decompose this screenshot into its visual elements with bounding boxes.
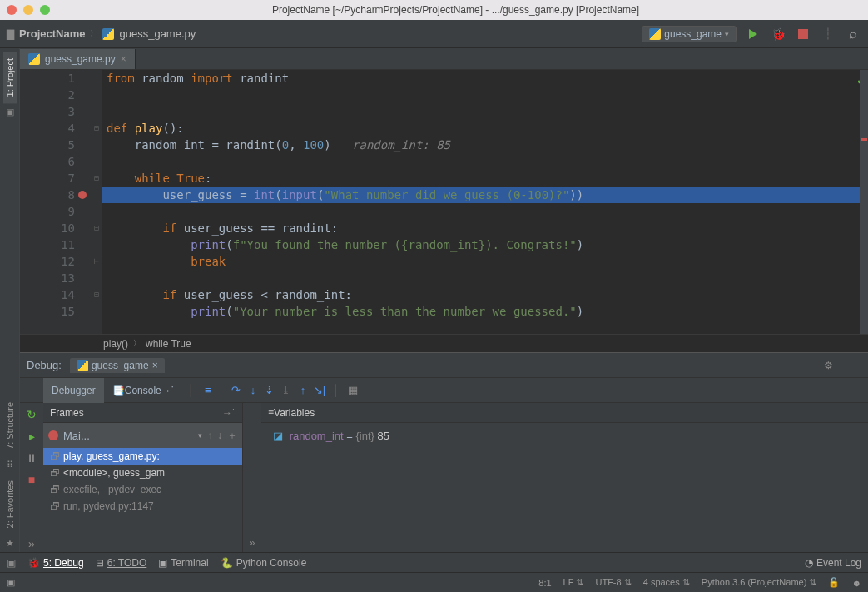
- step-into-icon[interactable]: ↓: [245, 382, 261, 399]
- tool-todo[interactable]: ⊟ 6: TODO: [96, 557, 147, 569]
- editor-tabs: guess_game.py ×: [20, 48, 868, 70]
- tool-terminal[interactable]: ▣ Terminal: [158, 557, 208, 569]
- variables-panel: ≡ Variables ◪ random_int = {int} 85: [261, 403, 868, 552]
- editor-tab[interactable]: guess_game.py ×: [20, 49, 136, 69]
- fold-gutter[interactable]: ⊟⊟⊟⊢⊟: [92, 70, 102, 334]
- debug-button[interactable]: 🐞: [770, 26, 786, 42]
- python-file-icon: [28, 53, 40, 65]
- sidebar-structure[interactable]: 7: Structure: [3, 395, 17, 456]
- settings-icon[interactable]: ⚙: [820, 357, 836, 374]
- minimize-panel-icon[interactable]: —: [845, 357, 861, 374]
- zoom-dot[interactable]: [40, 5, 50, 15]
- tool-separator: ┆: [820, 26, 836, 42]
- next-frame-icon[interactable]: ↓: [217, 430, 222, 441]
- inspector-icon[interactable]: ☻: [851, 578, 861, 588]
- lock-icon[interactable]: 🔓: [828, 577, 840, 588]
- left-tool-strip: 1: Project ▣ 7: Structure ⠿ 2: Favorites…: [0, 48, 20, 552]
- interpreter[interactable]: Python 3.6 (ProjectName) ⇅: [702, 577, 817, 588]
- stop-button[interactable]: [795, 26, 811, 42]
- editor-breadcrumb[interactable]: play() 〉 while True: [20, 334, 868, 352]
- prev-frame-icon[interactable]: ↑: [207, 430, 212, 441]
- frames-panel: Frames→˙ Mai... ▾ ↑ ↓ ＋ 🗗play, guess_gam…: [43, 403, 243, 552]
- more-icon[interactable]: »: [23, 535, 40, 552]
- star-icon: ★: [6, 538, 14, 549]
- stop-icon[interactable]: ■: [23, 471, 40, 488]
- structure-icon: ⠿: [7, 460, 13, 470]
- debug-panel: Debug: guess_game × ⚙ — Debugger 📑 Conso…: [20, 352, 868, 552]
- debug-tab-label: guess_game: [92, 360, 149, 371]
- error-stripe-mark[interactable]: [861, 138, 867, 141]
- thread-label: Mai...: [63, 430, 193, 442]
- code-area[interactable]: from random import randint def play(): r…: [102, 70, 868, 334]
- bottom-tool-bar: ▣ 🐞 5: Debug ⊟ 6: TODO ▣ Terminal 🐍 Pyth…: [0, 552, 868, 572]
- restore-layout-icon[interactable]: →˙: [222, 407, 236, 419]
- sidebar-favorites[interactable]: 2: Favorites: [3, 474, 17, 535]
- thread-selector[interactable]: Mai... ▾ ↑ ↓ ＋: [43, 423, 242, 448]
- crumb-loop[interactable]: while True: [146, 338, 191, 350]
- variable-row[interactable]: ◪ random_int = {int} 85: [270, 428, 860, 444]
- crumb-project[interactable]: ProjectName: [19, 27, 85, 40]
- close-dot[interactable]: [7, 5, 17, 15]
- var-type: {int}: [356, 430, 374, 442]
- frame-row[interactable]: 🗗execfile, _pydev_exec: [43, 481, 242, 498]
- step-over-icon[interactable]: ↷: [228, 382, 245, 399]
- play-icon: [749, 29, 757, 39]
- frame-row[interactable]: 🗗<module>, guess_gam: [43, 465, 242, 481]
- thread-status-dot: [48, 430, 58, 440]
- minimize-dot[interactable]: [23, 5, 33, 15]
- editor-body[interactable]: 123456789101112131415 ⊟⊟⊟⊢⊟ from random …: [20, 70, 868, 334]
- encoding[interactable]: UTF-8 ⇅: [595, 577, 631, 588]
- crumb-file[interactable]: guess_game.py: [119, 27, 196, 40]
- folder-icon: ▇: [7, 28, 14, 40]
- crumb-fn[interactable]: play(): [103, 338, 128, 350]
- step-out-icon[interactable]: ↑: [295, 382, 311, 399]
- evaluate-icon[interactable]: ▦: [345, 382, 361, 399]
- window-titlebar: ProjectName [~/PycharmProjects/ProjectNa…: [0, 0, 868, 20]
- step-into-my-icon[interactable]: ⇣: [261, 382, 278, 399]
- indent[interactable]: 4 spaces ⇅: [643, 577, 690, 588]
- frame-icon: 🗗: [50, 467, 60, 479]
- frame-icon: 🗗: [50, 450, 60, 462]
- run-config-dropdown[interactable]: guess_game ▾: [642, 26, 737, 42]
- status-icon[interactable]: ▣: [7, 577, 15, 588]
- variables-body[interactable]: ◪ random_int = {int} 85: [261, 423, 868, 552]
- editor-scrollbar[interactable]: [860, 70, 868, 334]
- stop-icon: [798, 29, 808, 39]
- chevron-down-icon: ▾: [198, 431, 202, 440]
- show-exec-point-icon[interactable]: ≡: [200, 382, 216, 399]
- chevron-down-icon: ▾: [725, 30, 729, 38]
- frames-header: Frames→˙: [43, 403, 242, 423]
- var-field-icon: ◪: [273, 430, 283, 442]
- breadcrumbs: ▇ ProjectName 〉 guess_game.py: [7, 27, 642, 40]
- close-icon[interactable]: ×: [152, 360, 158, 371]
- var-name: random_int: [290, 430, 344, 442]
- debug-tab[interactable]: guess_game ×: [70, 358, 165, 373]
- gutter-strip: »: [243, 403, 261, 552]
- tool-event-log[interactable]: ◔ Event Log: [805, 557, 861, 569]
- run-to-cursor-icon[interactable]: ↘|: [311, 382, 328, 399]
- frame-row[interactable]: 🗗run, pydevd.py:1147: [43, 498, 242, 515]
- debug-header: Debug: guess_game × ⚙ —: [20, 353, 868, 378]
- frame-row[interactable]: 🗗play, guess_game.py:: [43, 448, 242, 465]
- debug-body: ↻ ▸ ⏸ ■ » Frames→˙ Mai... ▾ ↑: [20, 403, 868, 552]
- add-icon[interactable]: ＋: [227, 429, 237, 443]
- caret-position[interactable]: 8:1: [538, 578, 551, 588]
- search-button[interactable]: ⌕: [845, 26, 861, 42]
- pause-icon[interactable]: ⏸: [23, 450, 40, 466]
- tool-python-console[interactable]: 🐍 Python Console: [221, 557, 307, 569]
- layout-icon[interactable]: ▣: [7, 557, 16, 569]
- resume-icon[interactable]: ▸: [23, 428, 40, 445]
- tool-debug[interactable]: 🐞 5: Debug: [27, 557, 84, 569]
- run-button[interactable]: [745, 26, 761, 42]
- stack-frames[interactable]: 🗗play, guess_game.py: 🗗<module>, guess_g…: [43, 448, 242, 552]
- rerun-icon[interactable]: ↻: [23, 406, 40, 423]
- console-tab[interactable]: 📑 Console →˙: [104, 378, 183, 403]
- force-step-icon[interactable]: ⤓: [278, 382, 295, 399]
- close-tab-icon[interactable]: ×: [121, 53, 126, 65]
- more-icon[interactable]: »: [250, 537, 255, 549]
- window-title: ProjectName [~/PycharmProjects/ProjectNa…: [50, 4, 861, 16]
- sidebar-project[interactable]: 1: Project: [3, 52, 17, 103]
- line-ending[interactable]: LF ⇅: [563, 577, 584, 588]
- line-gutter[interactable]: 123456789101112131415: [20, 70, 92, 334]
- debugger-tab[interactable]: Debugger: [43, 378, 104, 403]
